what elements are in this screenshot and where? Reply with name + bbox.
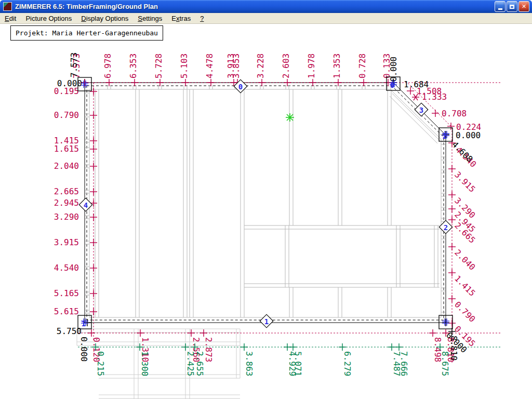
dimension-label: 2.655 bbox=[195, 351, 205, 376]
dimension-label: 1.353 bbox=[332, 54, 342, 78]
wall-marker-number: 3 bbox=[419, 106, 423, 114]
dimension-label: 2.040 bbox=[453, 247, 477, 272]
wall-inner-line bbox=[89, 89, 441, 317]
dimension-label: 3.853 bbox=[231, 54, 241, 78]
close-button[interactable]: ✕ bbox=[518, 1, 529, 12]
dimension-label: 1.978 bbox=[307, 54, 316, 78]
dimension-label: 0.708 bbox=[442, 109, 467, 118]
wall-marker-number: 2 bbox=[444, 223, 448, 232]
dimension-label: 0.000 bbox=[57, 78, 82, 88]
dimension-label: 3.915 bbox=[453, 169, 477, 194]
dimension-label: 0.000 bbox=[79, 337, 89, 362]
menu-item-settings[interactable]: Settings bbox=[133, 14, 167, 23]
dimension-label: 3.228 bbox=[256, 54, 265, 78]
dimension-label: 0.000 bbox=[389, 57, 398, 82]
dimension-label: 1.333 bbox=[422, 92, 447, 102]
title-bar: ZIMMERER 6.5: TimberFraming/Ground Plan … bbox=[0, 0, 532, 13]
dimension-label: 8.675 bbox=[440, 351, 450, 376]
dimension-label: 6.279 bbox=[342, 351, 352, 376]
corner-marker-number: 0 bbox=[390, 81, 394, 89]
corner-marker-number: 2 bbox=[443, 132, 447, 140]
dimension-label: 5.103 bbox=[179, 54, 189, 78]
dimension-label: 3.863 bbox=[244, 351, 254, 376]
menu-item-edit[interactable]: Edit bbox=[0, 14, 21, 23]
corner-marker-number: 1 bbox=[82, 320, 86, 328]
project-label-box: Projekt: Maria Herter-Garagenneubau bbox=[10, 25, 163, 41]
wall-marker-number: 1 bbox=[264, 317, 269, 326]
dimension-label: 2.040 bbox=[54, 161, 79, 171]
plan-drawing: 7.5736.9786.3535.7285.1034.4783.9133.853… bbox=[0, 0, 532, 399]
dimension-label: 6.353 bbox=[128, 54, 138, 78]
dimension-label: 5.071 bbox=[293, 351, 303, 376]
dimension-label: 4.478 bbox=[205, 54, 215, 78]
menu-item-display-options[interactable]: Display Options bbox=[76, 14, 133, 23]
dimension-label: 3.915 bbox=[54, 237, 79, 247]
dimension-label: 2.945 bbox=[54, 198, 79, 208]
window-title: ZIMMERER 6.5: TimberFraming/Ground Plan bbox=[15, 3, 495, 10]
window-controls: ✕ bbox=[495, 1, 529, 12]
dimension-label: 2.425 bbox=[185, 351, 195, 376]
dimension-label: 1.615 bbox=[54, 144, 79, 154]
dimension-label: 5.728 bbox=[154, 54, 164, 78]
dimension-label: 1.415 bbox=[453, 273, 477, 298]
dimension-label: 4.608 bbox=[450, 139, 474, 164]
dimension-label: 0.215 bbox=[96, 351, 105, 376]
menu-item-extras[interactable]: Extras bbox=[167, 14, 195, 23]
menu-bar: EditPicture OptionsDisplay OptionsSettin… bbox=[0, 13, 532, 24]
dimension-label: 0.790 bbox=[54, 110, 79, 120]
menu-item-picture-options[interactable]: Picture Options bbox=[21, 14, 76, 23]
dimension-label: 0.728 bbox=[357, 54, 367, 78]
dimension-label: 5.615 bbox=[54, 307, 79, 316]
maximize-icon bbox=[510, 5, 514, 9]
dimension-label: 7.573 bbox=[69, 52, 79, 77]
close-icon: ✕ bbox=[522, 3, 526, 10]
dimension-label: 3.290 bbox=[54, 212, 79, 222]
dimension-label: 5.165 bbox=[54, 288, 79, 298]
dimension-label: 6.978 bbox=[103, 54, 113, 78]
dimension-label: 2.603 bbox=[281, 54, 291, 78]
app-icon bbox=[3, 2, 12, 11]
dimension-label: 7.666 bbox=[399, 351, 409, 376]
dimension-label: 2.665 bbox=[54, 187, 79, 196]
dimension-label: 4.540 bbox=[54, 263, 79, 273]
minimize-button[interactable] bbox=[495, 1, 506, 12]
wall-marker-number: 4 bbox=[84, 201, 88, 209]
dimension-label: 0.000 bbox=[456, 130, 481, 140]
wall-outer-line bbox=[85, 83, 446, 323]
maximize-button[interactable] bbox=[507, 1, 517, 12]
wall-centerline bbox=[87, 86, 444, 320]
dimension-label: 0.790 bbox=[453, 299, 477, 324]
wall-marker-number: 0 bbox=[238, 83, 243, 91]
menu-item-help[interactable]: ? bbox=[195, 14, 208, 23]
dimension-label: 1.684 bbox=[404, 79, 429, 89]
minimize-icon bbox=[498, 8, 502, 10]
dimension-label: 1.300 bbox=[140, 351, 150, 376]
project-label: Projekt: Maria Herter-Garagenneubau bbox=[16, 29, 158, 37]
